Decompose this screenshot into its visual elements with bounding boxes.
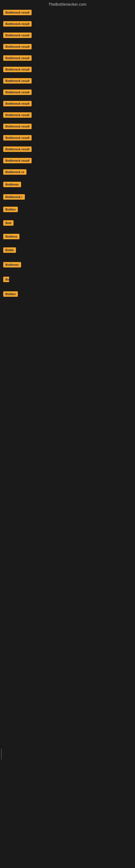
bottleneck-badge[interactable]: Bott <box>3 220 13 226</box>
bottleneck-badge[interactable]: Bottleneck result <box>3 33 32 38</box>
bottleneck-badge[interactable]: Bottleneck result <box>3 44 32 50</box>
bottleneck-badge[interactable]: Bottleneck result <box>3 124 32 129</box>
bottleneck-badge[interactable]: Bottleneck result <box>3 67 32 72</box>
bottleneck-list: Bottleneck resultBottleneck resultBottle… <box>0 9 135 307</box>
list-item[interactable]: Bottleneck result <box>2 101 133 107</box>
list-item[interactable]: Bottleneck result <box>2 33 133 39</box>
site-title: TheBottlenecker.com <box>0 0 135 9</box>
list-item[interactable]: Bottleneck result <box>2 78 133 85</box>
bottleneck-badge[interactable]: Bottleneck result <box>3 135 32 141</box>
bottleneck-badge[interactable]: Bottleneck result <box>3 78 32 84</box>
bottleneck-badge[interactable]: Bottleneck result <box>3 55 32 61</box>
list-item[interactable]: Bottleneck re <box>2 169 133 176</box>
bottleneck-badge[interactable]: Bottleneck result <box>3 21 32 27</box>
bottleneck-badge[interactable]: Bo <box>3 277 9 282</box>
list-item[interactable]: Bottleneck result <box>2 90 133 96</box>
bottleneck-badge[interactable]: Bottleneck result <box>3 101 32 106</box>
list-item[interactable]: Bottleneck result <box>2 10 133 16</box>
bottleneck-badge[interactable]: Bottleneck result <box>3 158 32 163</box>
bottleneck-badge[interactable]: Bottlens <box>3 234 19 239</box>
list-item[interactable]: Bottlen <box>2 291 133 298</box>
list-item[interactable]: Bo <box>2 277 133 283</box>
list-item[interactable]: Bottlen <box>2 207 133 213</box>
list-item[interactable]: Bottleneck result <box>2 124 133 130</box>
list-item[interactable]: Bottleneck result <box>2 55 133 62</box>
bottleneck-badge[interactable]: Bottleneck result <box>3 10 32 15</box>
site-title-bar: TheBottlenecker.com <box>0 0 135 9</box>
list-item[interactable]: Bottlenec <box>2 262 133 269</box>
list-item[interactable]: Bottleneck result <box>2 158 133 164</box>
list-item[interactable]: Bottleneck result <box>2 67 133 73</box>
bottleneck-badge[interactable]: Bottleneck re <box>3 169 27 175</box>
bottleneck-badge[interactable]: Bottleneck r <box>3 194 25 199</box>
list-item[interactable]: Bottleneck result <box>2 21 133 28</box>
bottleneck-badge[interactable]: Bottlenec <box>3 182 21 187</box>
list-item[interactable]: Bott <box>2 220 133 227</box>
list-item[interactable]: Bottleneck result <box>2 135 133 142</box>
bottleneck-badge[interactable]: Bottlenec <box>3 262 21 268</box>
bottleneck-badge[interactable]: Bottleneck result <box>3 112 32 118</box>
list-item[interactable]: Bottleneck result <box>2 44 133 51</box>
bottleneck-badge[interactable]: Bottleneck result <box>3 147 32 152</box>
bottleneck-badge[interactable]: Bottle <box>3 247 16 253</box>
list-item[interactable]: Bottleneck result <box>2 147 133 153</box>
list-item[interactable]: Bottleneck result <box>2 112 133 119</box>
bottleneck-badge[interactable]: Bottlen <box>3 291 18 297</box>
list-item[interactable]: Bottlens <box>2 234 133 240</box>
bottleneck-badge[interactable]: Bottlen <box>3 207 18 212</box>
cursor-indicator <box>1 749 2 760</box>
bottleneck-badge[interactable]: Bottleneck result <box>3 90 32 95</box>
list-item[interactable]: Bottlenec <box>2 182 133 188</box>
list-item[interactable]: Bottle <box>2 247 133 254</box>
list-item[interactable]: Bottleneck r <box>2 194 133 201</box>
